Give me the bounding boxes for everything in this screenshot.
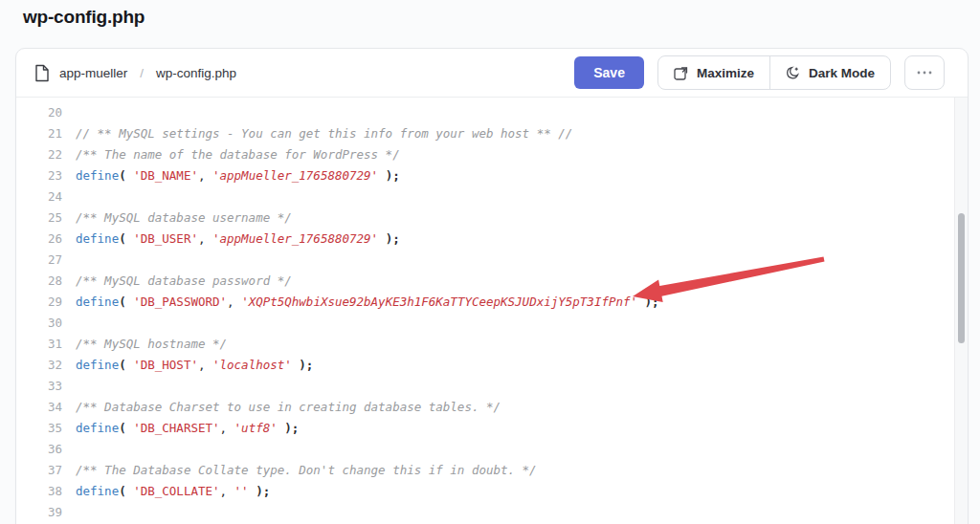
line-number: 33 <box>16 376 62 397</box>
code-line[interactable]: 38define( 'DB_COLLATE', '' ); <box>16 481 954 502</box>
save-button[interactable]: Save <box>574 56 644 89</box>
code-line[interactable]: 26define( 'DB_USER', 'appMueller_1765880… <box>16 229 954 250</box>
breadcrumb-app[interactable]: app-mueller <box>59 66 127 80</box>
line-number: 35 <box>16 418 62 439</box>
code-line[interactable]: 33 <box>16 376 954 397</box>
line-number: 22 <box>16 144 62 165</box>
code-line[interactable]: 20 <box>16 102 954 123</box>
scrollbar-track[interactable] <box>954 98 968 524</box>
code-line[interactable]: 29define( 'DB_PASSWORD', 'XQPt5QhwbiXsue… <box>16 292 954 313</box>
maximize-label: Maximize <box>697 66 754 80</box>
line-number: 26 <box>16 229 62 250</box>
line-number: 23 <box>16 165 62 186</box>
page-title: wp-config.php <box>23 7 145 28</box>
line-number: 30 <box>16 313 62 334</box>
line-number: 24 <box>16 186 62 207</box>
line-number: 34 <box>16 397 62 418</box>
code-line[interactable]: 25/** MySQL database username */ <box>16 207 954 229</box>
code-line[interactable]: 37/** The Database Collate type. Don't c… <box>16 460 954 481</box>
line-number: 38 <box>16 481 62 502</box>
editor-toolbar: app-mueller / wp-config.php Save Maximiz… <box>16 49 968 98</box>
breadcrumb: app-mueller / wp-config.php <box>34 64 236 82</box>
file-editor-card: app-mueller / wp-config.php Save Maximiz… <box>15 48 969 524</box>
code-line[interactable]: 22/** The name of the database for WordP… <box>16 144 954 165</box>
code-line[interactable]: 35define( 'DB_CHARSET', 'utf8' ); <box>16 418 954 439</box>
code-line[interactable]: 32define( 'DB_HOST', 'localhost' ); <box>16 355 954 376</box>
line-number: 31 <box>16 334 62 355</box>
line-number: 27 <box>16 250 62 271</box>
code-editor[interactable]: 2021// ** MySQL settings - You can get t… <box>16 98 968 524</box>
code-line[interactable]: 28/** MySQL database password */ <box>16 271 954 292</box>
code-line[interactable]: 27 <box>16 250 954 271</box>
code-line[interactable]: 39 <box>16 502 954 523</box>
dark-mode-button[interactable]: Dark Mode <box>769 56 890 89</box>
more-options-button[interactable] <box>904 55 945 90</box>
view-options-group: Maximize Dark Mode <box>657 55 891 90</box>
breadcrumb-file: wp-config.php <box>156 66 236 80</box>
code-line[interactable]: 34/** Database Charset to use in creatin… <box>16 397 954 418</box>
maximize-button[interactable]: Maximize <box>658 56 769 89</box>
line-number: 20 <box>16 102 62 123</box>
toolbar-actions: Save Maximize <box>574 55 945 90</box>
scrollbar-thumb[interactable] <box>958 213 965 343</box>
code-line[interactable]: 30 <box>16 313 954 334</box>
line-number: 21 <box>16 123 62 144</box>
line-number: 36 <box>16 439 62 460</box>
file-icon <box>34 64 50 82</box>
line-number: 28 <box>16 271 62 292</box>
line-number: 25 <box>16 207 62 229</box>
code-line[interactable]: 31/** MySQL hostname */ <box>16 334 954 355</box>
line-number: 29 <box>16 292 62 313</box>
line-number: 37 <box>16 460 62 481</box>
code-line[interactable]: 36 <box>16 439 954 460</box>
breadcrumb-separator: / <box>137 66 146 80</box>
code-line[interactable]: 21// ** MySQL settings - You can get thi… <box>16 123 954 144</box>
dark-mode-label: Dark Mode <box>809 66 875 80</box>
line-number: 39 <box>16 502 62 523</box>
line-number: 32 <box>16 355 62 376</box>
code-lines[interactable]: 2021// ** MySQL settings - You can get t… <box>16 98 954 524</box>
expand-icon <box>674 66 688 80</box>
ellipsis-icon <box>917 71 932 75</box>
moon-icon <box>786 66 800 80</box>
code-line[interactable]: 24 <box>16 186 954 207</box>
code-line[interactable]: 23define( 'DB_NAME', 'appMueller_1765880… <box>16 165 954 186</box>
